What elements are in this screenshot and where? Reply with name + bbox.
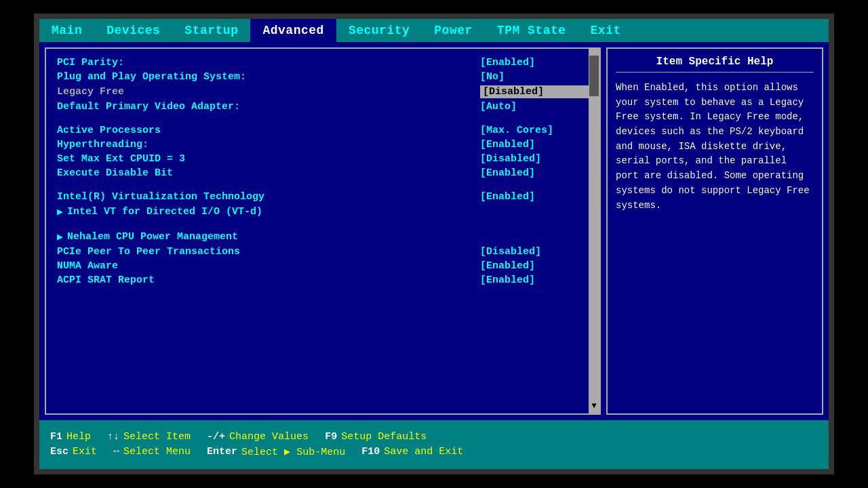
f1-help: F1 Help bbox=[50, 431, 91, 443]
menu-devices[interactable]: Devices bbox=[94, 19, 172, 42]
vt-row: Intel(R) Virtualization Technology [Enab… bbox=[57, 191, 589, 203]
menu-advanced[interactable]: Advanced bbox=[250, 19, 336, 42]
vt-label: Intel(R) Virtualization Technology bbox=[57, 191, 264, 203]
cpuid-label: Set Max Ext CPUID = 3 bbox=[57, 153, 185, 165]
f9-desc: Setup Defaults bbox=[341, 431, 427, 443]
pci-parity-label: PCI Parity: bbox=[57, 57, 124, 68]
arrow-icon: ▶ bbox=[57, 205, 63, 218]
execute-disable-label: Execute Disable Bit bbox=[57, 167, 173, 179]
updown-key: ↑↓ bbox=[107, 431, 119, 443]
menu-main[interactable]: Main bbox=[39, 19, 94, 42]
f1-desc: Help bbox=[66, 431, 91, 443]
arrow-icon-2: ▶ bbox=[57, 230, 63, 243]
numa-row: NUMA Aware [Enabled] bbox=[57, 260, 589, 272]
cpuid-row: Set Max Ext CPUID = 3 [Disabled] bbox=[57, 153, 589, 165]
acpi-label: ACPI SRAT Report bbox=[57, 274, 155, 286]
plusminus-change: -/+ Change Values bbox=[207, 431, 309, 443]
f9-defaults: F9 Setup Defaults bbox=[325, 431, 427, 443]
settings-panel: PCI Parity: [Enabled] Plug and Play Oper… bbox=[45, 47, 601, 415]
lr-menu: ↔ Select Menu bbox=[113, 446, 191, 458]
vt-d-row[interactable]: ▶ Intel VT for Directed I/O (VT-d) bbox=[57, 205, 589, 218]
bottom-row-1: F1 Help ↑↓ Select Item -/+ Change Values… bbox=[50, 431, 818, 443]
bottom-bar-inner: F1 Help ↑↓ Select Item -/+ Change Values… bbox=[50, 431, 818, 458]
scrollbar[interactable]: ▼ bbox=[589, 49, 599, 413]
updown-select: ↑↓ Select Item bbox=[107, 431, 191, 443]
pnp-label: Plug and Play Operating System: bbox=[57, 71, 246, 83]
esc-desc: Exit bbox=[73, 446, 97, 458]
power-mgmt-row[interactable]: ▶ Nehalem CPU Power Management bbox=[57, 230, 589, 243]
numa-value[interactable]: [Enabled] bbox=[480, 260, 589, 272]
f10-desc: Save and Exit bbox=[384, 446, 463, 458]
scrollbar-thumb[interactable] bbox=[589, 56, 599, 96]
power-mgmt-label: Nehalem CPU Power Management bbox=[67, 231, 238, 243]
acpi-value[interactable]: [Enabled] bbox=[480, 274, 589, 286]
legacy-free-label: Legacy Free bbox=[57, 86, 124, 98]
lr-desc: Select Menu bbox=[123, 446, 191, 458]
enter-key: Enter bbox=[207, 446, 237, 458]
updown-desc: Select Item bbox=[123, 431, 191, 443]
menu-power[interactable]: Power bbox=[422, 19, 485, 42]
help-panel: Item Specific Help When Enabled, this op… bbox=[606, 47, 823, 415]
plusminus-desc: Change Values bbox=[229, 431, 309, 443]
pci-parity-value[interactable]: [Enabled] bbox=[480, 57, 589, 68]
active-processors-row: Active Processors [Max. Cores] bbox=[57, 125, 589, 136]
esc-key: Esc bbox=[50, 446, 68, 458]
menu-tpm-state[interactable]: TPM State bbox=[485, 19, 578, 42]
lr-key: ↔ bbox=[113, 446, 119, 458]
enter-desc: Select ▶ Sub-Menu bbox=[241, 445, 345, 458]
execute-disable-value[interactable]: [Enabled] bbox=[480, 167, 589, 179]
bottom-row-2: Esc Exit ↔ Select Menu Enter Select ▶ Su… bbox=[50, 445, 818, 458]
menu-bar: Main Devices Startup Advanced Security P… bbox=[39, 19, 829, 42]
f10-key: F10 bbox=[361, 446, 380, 458]
pnp-row: Plug and Play Operating System: [No] bbox=[57, 71, 589, 83]
video-adapter-row: Default Primary Video Adapter: [Auto] bbox=[57, 101, 589, 113]
legacy-free-row: Legacy Free [Disabled] bbox=[57, 85, 589, 98]
bios-screen: Main Devices Startup Advanced Security P… bbox=[34, 14, 834, 474]
cpuid-value[interactable]: [Disabled] bbox=[480, 153, 589, 165]
acpi-row: ACPI SRAT Report [Enabled] bbox=[57, 274, 589, 286]
pcie-peer-label: PCIe Peer To Peer Transactions bbox=[57, 246, 240, 258]
scroll-down-icon[interactable]: ▼ bbox=[591, 401, 596, 411]
hyperthreading-row: Hyperthreading: [Enabled] bbox=[57, 139, 589, 150]
content-area: PCI Parity: [Enabled] Plug and Play Oper… bbox=[39, 42, 829, 420]
bottom-bar: F1 Help ↑↓ Select Item -/+ Change Values… bbox=[39, 420, 829, 469]
esc-exit: Esc Exit bbox=[50, 446, 97, 458]
menu-security[interactable]: Security bbox=[336, 19, 422, 42]
pci-parity-row: PCI Parity: [Enabled] bbox=[57, 57, 589, 68]
pcie-peer-row: PCIe Peer To Peer Transactions [Disabled… bbox=[57, 246, 589, 258]
enter-submenu: Enter Select ▶ Sub-Menu bbox=[207, 445, 345, 458]
execute-disable-row: Execute Disable Bit [Enabled] bbox=[57, 167, 589, 179]
pcie-peer-value[interactable]: [Disabled] bbox=[480, 246, 589, 258]
active-processors-value[interactable]: [Max. Cores] bbox=[480, 125, 589, 136]
active-processors-label: Active Processors bbox=[57, 125, 161, 136]
menu-exit[interactable]: Exit bbox=[578, 19, 633, 42]
pnp-value[interactable]: [No] bbox=[480, 71, 589, 83]
menu-startup[interactable]: Startup bbox=[172, 19, 250, 42]
vt-d-label: Intel VT for Directed I/O (VT-d) bbox=[67, 206, 262, 218]
video-adapter-value[interactable]: [Auto] bbox=[480, 101, 589, 113]
hyperthreading-label: Hyperthreading: bbox=[57, 139, 149, 150]
f1-key: F1 bbox=[50, 431, 62, 443]
legacy-free-value[interactable]: [Disabled] bbox=[480, 85, 589, 98]
help-text: When Enabled, this option allows your sy… bbox=[616, 81, 814, 213]
hyperthreading-value[interactable]: [Enabled] bbox=[480, 139, 589, 150]
f10-save: F10 Save and Exit bbox=[361, 446, 463, 458]
help-title: Item Specific Help bbox=[616, 56, 814, 73]
f9-key: F9 bbox=[325, 431, 337, 443]
plusminus-key: -/+ bbox=[207, 431, 225, 443]
video-adapter-label: Default Primary Video Adapter: bbox=[57, 101, 240, 113]
vt-value[interactable]: [Enabled] bbox=[480, 191, 589, 203]
numa-label: NUMA Aware bbox=[57, 260, 118, 272]
